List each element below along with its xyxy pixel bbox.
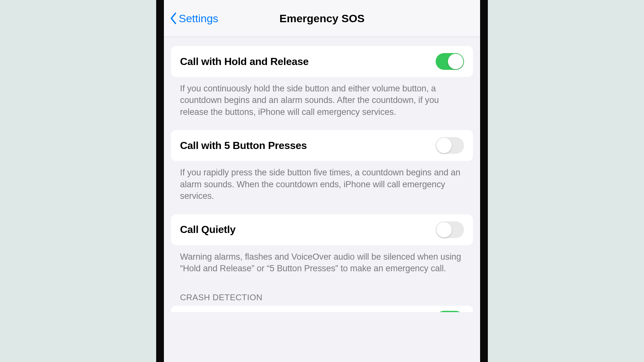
device-frame: Settings Emergency SOS Call with Hold an… <box>156 0 488 362</box>
chevron-left-icon <box>170 12 177 24</box>
setting-label: Call with 5 Button Presses <box>180 140 307 152</box>
setting-description: Warning alarms, flashes and VoiceOver au… <box>171 245 473 274</box>
page-title: Emergency SOS <box>279 12 365 25</box>
settings-content: Call with Hold and Release If you contin… <box>164 37 480 312</box>
navigation-bar: Settings Emergency SOS <box>164 0 480 37</box>
toggle-hold-and-release[interactable] <box>436 53 464 70</box>
screen: Settings Emergency SOS Call with Hold an… <box>164 0 480 362</box>
back-button[interactable]: Settings <box>170 12 218 25</box>
setting-crash-detection-partial <box>171 306 473 312</box>
back-label: Settings <box>179 12 218 25</box>
toggle-crash-detection[interactable] <box>436 311 464 312</box>
setting-call-quietly: Call Quietly <box>171 214 473 245</box>
toggle-knob <box>436 138 452 153</box>
setting-description: If you rapidly press the side button fiv… <box>171 161 473 202</box>
toggle-knob <box>436 222 452 237</box>
setting-description: If you continuously hold the side button… <box>171 77 473 118</box>
setting-label: Call Quietly <box>180 224 235 236</box>
toggle-knob <box>448 54 463 69</box>
toggle-five-presses[interactable] <box>436 137 464 154</box>
setting-five-presses: Call with 5 Button Presses <box>171 130 473 161</box>
section-header-crash-detection: CRASH DETECTION <box>171 292 473 306</box>
toggle-call-quietly[interactable] <box>436 221 464 238</box>
setting-hold-and-release: Call with Hold and Release <box>171 46 473 77</box>
setting-label: Call with Hold and Release <box>180 56 308 68</box>
